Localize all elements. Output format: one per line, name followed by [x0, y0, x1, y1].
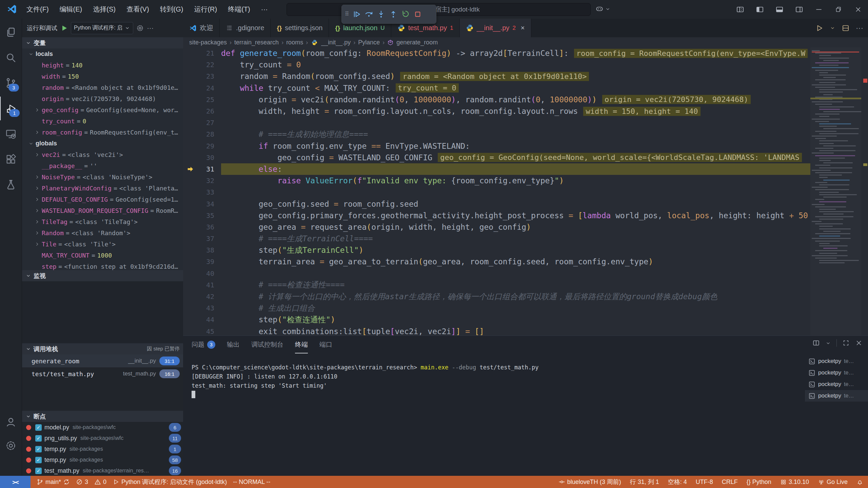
- line-gutter[interactable]: 29: [183, 140, 221, 152]
- line-gutter[interactable]: 23: [183, 70, 221, 82]
- close-window-icon[interactable]: [848, 0, 868, 19]
- toggle-panel-icon[interactable]: [770, 0, 789, 19]
- step-out-button[interactable]: [387, 7, 399, 22]
- line-gutter[interactable]: 32: [183, 175, 221, 186]
- toggle-sidebar-icon[interactable]: [750, 0, 770, 19]
- tab-__init__.py[interactable]: __init__.py2×: [460, 19, 531, 37]
- callstack-section-header[interactable]: 调用堆栈 因 step 已暂停: [22, 343, 183, 354]
- variable-row[interactable]: Random=<class 'Random'>: [22, 227, 183, 239]
- breadcrumb-item[interactable]: rooms: [286, 39, 303, 46]
- line-gutter[interactable]: 21: [183, 47, 221, 59]
- line-gutter[interactable]: 34: [183, 198, 221, 209]
- callstack-frame[interactable]: generate_room__init__.py31:1: [22, 354, 183, 367]
- breakpoint-checkbox[interactable]: ✓: [35, 435, 42, 442]
- menu-item[interactable]: 文件(F): [21, 0, 54, 19]
- stop-button[interactable]: [412, 7, 424, 22]
- callstack-frame[interactable]: test/test_math.pytest_math.py16:1: [22, 367, 183, 380]
- command-center-search[interactable]: [扩展开发宿主] godot-ldtk: [287, 3, 591, 16]
- breakpoint-checkbox[interactable]: ✓: [35, 468, 42, 474]
- step-into-button[interactable]: [375, 7, 387, 22]
- maximize-panel-icon[interactable]: [842, 339, 850, 347]
- breadcrumb-item[interactable]: terrain_research: [234, 39, 279, 46]
- line-gutter[interactable]: 31: [183, 163, 221, 175]
- variable-row[interactable]: PlanetaryWindConfig=<class 'Planeta…: [22, 183, 183, 194]
- watch-section-header[interactable]: 监视: [22, 270, 183, 281]
- toggle-secondary-sidebar-icon[interactable]: [789, 0, 809, 19]
- variable-row[interactable]: step=<function step at 0x1bf9cd216d…: [22, 261, 183, 270]
- activity-explorer-icon[interactable]: [0, 20, 22, 44]
- terminal-list-item[interactable]: pocketpyte…: [805, 390, 868, 402]
- minimap[interactable]: [810, 47, 861, 336]
- terminal-list-item[interactable]: pocketpyte…: [805, 355, 868, 367]
- activity-account-icon[interactable]: [0, 410, 22, 434]
- variable-row[interactable]: random=<Random object at 0x1bf9d01e…: [22, 82, 183, 93]
- line-gutter[interactable]: 25: [183, 94, 221, 105]
- copilot-button[interactable]: [595, 5, 611, 13]
- split-editor-button[interactable]: [842, 24, 850, 32]
- line-gutter[interactable]: 39: [183, 256, 221, 267]
- line-gutter[interactable]: 36: [183, 221, 221, 233]
- debug-settings-gear-icon[interactable]: [136, 24, 144, 32]
- more-actions-icon[interactable]: ···: [147, 24, 154, 32]
- variable-row[interactable]: geo_config=GeoConfig(seed=None, wor…: [22, 104, 183, 116]
- menu-item[interactable]: 选择(S): [87, 0, 121, 19]
- variables-section-header[interactable]: 变量: [22, 37, 183, 48]
- line-gutter[interactable]: 43: [183, 302, 221, 314]
- remote-indicator[interactable]: ><: [0, 476, 31, 488]
- line-gutter[interactable]: 41: [183, 279, 221, 291]
- activity-extensions-icon[interactable]: [0, 147, 22, 171]
- debug-config-dropdown[interactable]: Python 调试程序: 启: [71, 22, 133, 34]
- close-panel-icon[interactable]: [855, 339, 863, 347]
- variable-row[interactable]: origin=vec2i(7205730, 9024468): [22, 93, 183, 104]
- terminal-list-item[interactable]: pocketpyte…: [805, 379, 868, 390]
- panel-tab-终端[interactable]: 终端: [295, 336, 308, 353]
- variable-row[interactable]: width=150: [22, 71, 183, 82]
- variable-row[interactable]: DEFAULT_GEO_CONFIG=GeoConfig(seed=1…: [22, 194, 183, 205]
- breakpoint-row[interactable]: ✓temp.pysite-packages1: [22, 444, 183, 454]
- variable-row[interactable]: NoiseType=<class 'NoiseType'>: [22, 171, 183, 183]
- line-gutter[interactable]: 26: [183, 105, 221, 117]
- panel-tab-调试控制台[interactable]: 调试控制台: [251, 336, 283, 353]
- breadcrumb[interactable]: site-packages›terrain_research›rooms›__i…: [183, 37, 868, 47]
- line-gutter[interactable]: 42: [183, 291, 221, 302]
- breakpoint-row[interactable]: ✓png_utils.pysite-packages\wfc11: [22, 433, 183, 444]
- line-gutter[interactable]: 35: [183, 210, 221, 221]
- panel-tab-输出[interactable]: 输出: [227, 336, 240, 353]
- start-debug-button[interactable]: [60, 24, 68, 32]
- tab-[interactable]: 欢迎: [183, 19, 220, 37]
- split-terminal-icon[interactable]: [812, 339, 820, 347]
- status-GoLive[interactable]: Go Live: [818, 479, 848, 486]
- status-blueloveTH3[interactable]: blueloveTH (3 周前): [558, 478, 621, 486]
- status-bell[interactable]: [856, 479, 863, 485]
- menu-item[interactable]: ···: [256, 0, 273, 19]
- tab-settings.json[interactable]: {}settings.json: [271, 19, 329, 37]
- status-4[interactable]: 空格: 4: [668, 478, 687, 486]
- menu-item[interactable]: 转到(G): [155, 0, 189, 19]
- breadcrumb-item[interactable]: __init__.py: [321, 39, 351, 46]
- variable-row[interactable]: TileTag=<class 'TileTag'>: [22, 216, 183, 227]
- status-UTF8[interactable]: UTF-8: [696, 479, 713, 486]
- line-gutter[interactable]: 44: [183, 314, 221, 325]
- variable-row[interactable]: vec2i=<class 'vec2i'>: [22, 149, 183, 160]
- line-gutter[interactable]: 45: [183, 326, 221, 336]
- activity-remote-explorer-icon[interactable]: [0, 122, 22, 146]
- run-dropdown-icon[interactable]: [830, 25, 835, 31]
- variable-row[interactable]: room_config=RoomRequestConfig(env_t…: [22, 127, 183, 138]
- breadcrumb-item[interactable]: Pylance: [358, 39, 380, 46]
- line-gutter[interactable]: 22: [183, 59, 221, 70]
- status-Pythongodotldtk[interactable]: Python 调试程序: 启动文件 (godot-ldtk): [113, 478, 227, 486]
- line-gutter[interactable]: 40: [183, 268, 221, 279]
- variable-row[interactable]: try_count=0: [22, 116, 183, 127]
- breakpoint-checkbox[interactable]: ✓: [35, 446, 42, 452]
- menu-item[interactable]: 编辑(E): [54, 0, 88, 19]
- continue-button[interactable]: [351, 7, 363, 22]
- menu-item[interactable]: 查看(V): [121, 0, 155, 19]
- run-python-file-button[interactable]: [815, 24, 824, 32]
- activity-source-control-icon[interactable]: 3: [0, 71, 22, 95]
- close-icon[interactable]: ×: [521, 24, 525, 32]
- status-CRLF[interactable]: CRLF: [722, 479, 738, 486]
- line-gutter[interactable]: 28: [183, 128, 221, 140]
- status-311[interactable]: 行 31, 列 1: [630, 478, 659, 486]
- split-dropdown-icon[interactable]: [825, 340, 831, 346]
- breakpoint-row[interactable]: ✓model.pysite-packages\wfc6: [22, 422, 183, 433]
